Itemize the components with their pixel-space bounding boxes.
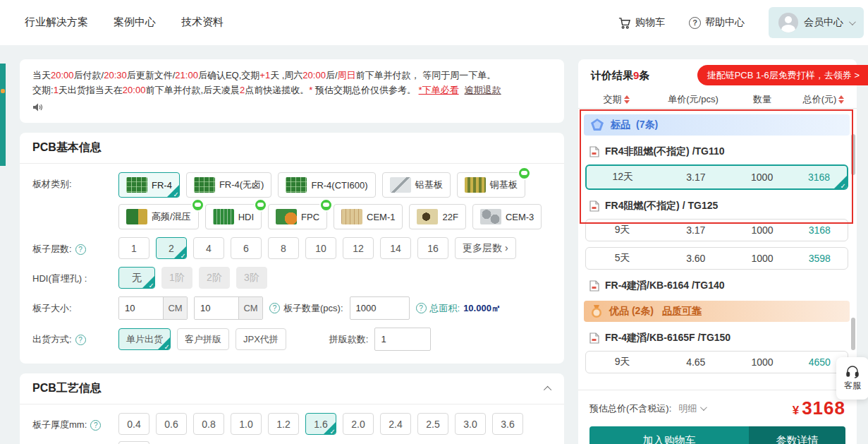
customer-service-widget[interactable]: 客服 <box>836 357 868 400</box>
detail-toggle[interactable]: 明细 <box>678 402 705 415</box>
nav-case-center[interactable]: 案例中心 <box>114 16 156 29</box>
help-icon[interactable] <box>269 303 280 313</box>
material-cem3[interactable]: CEM-3 <box>472 204 542 229</box>
help-icon[interactable] <box>75 244 86 255</box>
layer-2[interactable]: 2 <box>156 237 187 259</box>
material-thumb <box>390 177 411 193</box>
material-fr4-halogen-free[interactable]: FR-4(无卤) <box>186 172 272 198</box>
material-aluminum[interactable]: 铝基板 <box>382 172 451 198</box>
quote-row[interactable]: 9天 4.65 1000 4650 <box>585 351 848 373</box>
board-width-input[interactable] <box>119 297 163 319</box>
quote-footer: 预估总价(不含税运): 明细 ¥3168 加入购物车 参数详情 <box>578 390 857 444</box>
thickness-2.4[interactable]: 2.4 <box>380 413 411 435</box>
quote-item-name[interactable]: FR4非阻燃(不指定) /TG110 <box>584 141 850 162</box>
quote-item-name[interactable]: FR4阻燃(不指定) / TG125 <box>584 196 850 217</box>
pdf-file-icon <box>589 200 599 212</box>
thickness-0.6[interactable]: 0.6 <box>156 413 187 435</box>
add-to-cart-button[interactable]: 加入购物车 <box>589 426 749 444</box>
pdf-file-icon <box>589 332 599 344</box>
material-copper[interactable]: 铜基板 <box>457 172 525 198</box>
speaker-icon[interactable] <box>32 102 44 116</box>
material-thumb <box>417 209 438 224</box>
ship-jpx-panel[interactable]: JPX代拼 <box>236 328 286 350</box>
layer-14[interactable]: 14 <box>380 237 411 259</box>
material-22f[interactable]: 22F <box>409 204 465 229</box>
material-cem1[interactable]: CEM-1 <box>334 204 403 229</box>
more-layers-button[interactable]: 更多层数 › <box>455 237 516 259</box>
sort-icon[interactable] <box>838 95 844 104</box>
thickness-1.0[interactable]: 1.0 <box>231 413 262 435</box>
material-high-freq[interactable]: 高频/混压 <box>118 204 199 229</box>
layer-12[interactable]: 12 <box>343 237 374 259</box>
section-premium[interactable]: 优品 (2条) 品质可靠 <box>584 301 850 322</box>
thickness-3.0[interactable]: 3.0 <box>455 413 486 435</box>
panel-count-input[interactable] <box>374 328 431 351</box>
thickness-2.5[interactable]: 2.5 <box>417 413 448 435</box>
nav-industry-solutions[interactable]: 行业解决方案 <box>25 16 88 29</box>
premium-medal-icon <box>589 304 604 318</box>
quote-item-name[interactable]: FR-4建滔/KB-6165F /TG150 <box>584 328 850 349</box>
quote-item-name[interactable]: FR-4建滔/KB-6164 /TG140 <box>584 275 850 296</box>
section-standard[interactable]: 标品(7条) <box>584 114 850 136</box>
help-center-button[interactable]: 帮助中心 <box>689 16 745 29</box>
help-icon[interactable] <box>75 335 86 345</box>
unit-cm: CM <box>163 297 187 319</box>
layer-1[interactable]: 1 <box>118 237 149 259</box>
nav-tech-docs[interactable]: 技术资料 <box>181 16 224 29</box>
hdi-none[interactable]: 无 <box>118 267 155 289</box>
thickness-1.6[interactable]: 1.6 <box>305 413 336 435</box>
pcb-basic-info-card: PCB基本信息 板材类别: FR-4 FR-4(无卤) FR-4(CTI600)… <box>20 133 564 364</box>
hdi-label: HDI(盲埋孔) : <box>32 267 118 285</box>
quality-link[interactable]: 品质可靠 <box>662 305 702 318</box>
layers-label: 板子层数: <box>32 237 118 256</box>
help-label: 帮助中心 <box>705 16 745 29</box>
wechat-badge-icon <box>319 198 333 212</box>
material-fr4-cti600[interactable]: FR-4(CTI600) <box>278 172 375 198</box>
thickness-option-partial[interactable] <box>118 441 149 444</box>
layer-10[interactable]: 10 <box>305 237 336 259</box>
cart-button[interactable]: 购物车 <box>618 16 665 30</box>
material-thumb <box>276 209 297 224</box>
material-fr4[interactable]: FR-4 <box>118 172 180 198</box>
top-bar: 行业解决方案 案例中心 技术资料 购物车 帮助中心 会员中心 <box>0 0 868 45</box>
ship-single[interactable]: 单片出货 <box>118 328 171 350</box>
quote-row[interactable]: 5天 3.60 1000 3598 <box>585 247 848 270</box>
side-promo-sliver[interactable] <box>0 64 6 166</box>
material-hdi[interactable]: HDI <box>205 204 262 229</box>
scrollbar-thumb[interactable] <box>851 318 855 350</box>
thickness-2.0[interactable]: 2.0 <box>343 413 374 435</box>
coupon-banner[interactable]: 捷配链PCB 1-6层免费打样，去领券 > <box>697 65 868 85</box>
col-total[interactable]: 总价(元) <box>793 93 855 106</box>
material-type-label: 板材类别: <box>32 172 118 191</box>
overdue-refund-link[interactable]: 逾期退款 <box>465 85 501 95</box>
thickness-0.8[interactable]: 0.8 <box>193 413 224 435</box>
order-must-read-link[interactable]: *下单必看 <box>419 85 459 95</box>
unit-cm: CM <box>238 297 262 319</box>
panel-count-label: 拼版款数: <box>329 333 369 346</box>
layer-8[interactable]: 8 <box>268 237 299 259</box>
member-center-button[interactable]: 会员中心 <box>769 7 864 38</box>
thickness-3.6[interactable]: 3.6 <box>492 413 523 435</box>
total-area-label: 总面积: <box>430 302 460 315</box>
col-delivery[interactable]: 交期 <box>578 93 654 106</box>
thickness-label: 板子厚度mm: <box>32 413 118 431</box>
quote-row[interactable]: 9天 3.17 1000 3168 <box>585 219 848 241</box>
help-icon[interactable] <box>416 303 427 313</box>
thickness-0.4[interactable]: 0.4 <box>118 413 149 435</box>
board-height-input[interactable] <box>195 297 238 319</box>
sort-icon[interactable] <box>624 95 630 104</box>
layer-6[interactable]: 6 <box>231 237 262 259</box>
board-size-label: 板子大小: <box>32 296 118 315</box>
scrollbar-thumb[interactable] <box>851 134 855 175</box>
collapse-icon[interactable] <box>544 385 551 393</box>
layer-4[interactable]: 4 <box>193 237 224 259</box>
layer-16[interactable]: 16 <box>417 237 448 259</box>
quote-row-selected[interactable]: 12天 3.17 1000 3168 <box>585 164 848 190</box>
thickness-1.2[interactable]: 1.2 <box>268 413 299 435</box>
material-fpc[interactable]: FPC <box>268 204 327 229</box>
material-thumb <box>194 177 215 193</box>
param-detail-button[interactable]: 参数详情 <box>749 426 845 444</box>
help-icon[interactable] <box>90 420 101 431</box>
board-qty-input[interactable] <box>350 296 410 320</box>
ship-customer-panel[interactable]: 客户拼版 <box>177 328 229 350</box>
